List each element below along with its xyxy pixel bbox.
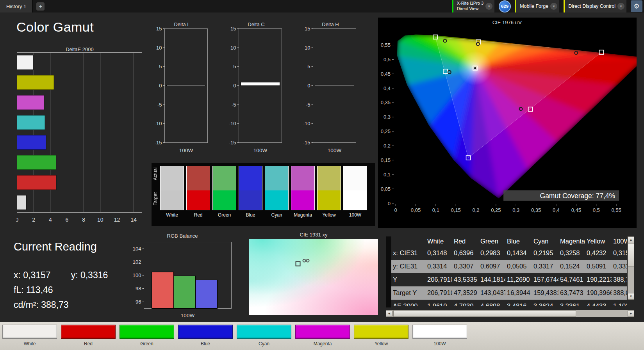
- delta-h-chart: 151050-5-10-15100W: [299, 27, 362, 157]
- svg-text:0: 0: [159, 83, 162, 89]
- current-reading-xy: x: 0,3157y: 0,3316: [14, 270, 108, 281]
- table-cell: 143,0437: [479, 286, 505, 300]
- svg-text:-15: -15: [155, 140, 162, 146]
- target-square-marker: [296, 261, 301, 266]
- table-row-label: y: CIE31: [391, 260, 426, 273]
- pattern-source-label: Mobile Forge: [520, 4, 548, 9]
- patch-red[interactable]: [61, 325, 116, 339]
- table-cell: 190,3966: [585, 286, 612, 300]
- patch-cell-100w: 100W: [412, 325, 467, 346]
- table-row-label: x: CIE31: [391, 247, 426, 260]
- svg-text:15: 15: [156, 27, 162, 32]
- table-cell: 1,1033: [612, 300, 627, 306]
- deltae-bar-chart: 02468101214: [16, 52, 145, 226]
- reading-x: x: 0,3157: [14, 270, 51, 280]
- patch-cell-white: White: [2, 325, 57, 346]
- patch-white[interactable]: [2, 325, 57, 339]
- chevron-down-icon[interactable]: ▼: [617, 3, 624, 10]
- table-cell: 3,2361: [558, 300, 585, 306]
- svg-text:0,1: 0,1: [384, 172, 391, 178]
- display-control-dropdown[interactable]: Direct Display Control ▼: [564, 0, 626, 12]
- swatch-target-color: [318, 190, 341, 210]
- table-cell: 0,3314: [426, 260, 452, 273]
- table-cell: 388,0000: [612, 286, 627, 300]
- svg-text:96: 96: [136, 299, 141, 305]
- table-cell: 0,3157: [612, 247, 627, 260]
- swatch-yellow: Yellow: [317, 166, 341, 218]
- vertical-scroll-track[interactable]: [628, 243, 634, 293]
- rgb-balance-chart: 1041021009896100W: [130, 239, 234, 319]
- svg-text:100W: 100W: [328, 147, 342, 153]
- patch-blue[interactable]: [178, 325, 233, 339]
- swatch-actual-color: [318, 166, 341, 190]
- table-cell: 0,3148: [426, 247, 452, 260]
- svg-text:14: 14: [130, 217, 137, 223]
- svg-text:104: 104: [133, 246, 141, 252]
- table-cell: 0,3316: [612, 260, 627, 273]
- table-cell: 0,3307: [452, 260, 479, 273]
- swatch-target-color: [239, 190, 262, 210]
- scroll-up-button[interactable]: ▲: [628, 236, 634, 243]
- swatch-label: 100W: [343, 212, 367, 218]
- svg-text:-15: -15: [303, 140, 310, 146]
- measurement-table: WhiteRedGreenBlueCyanMagentaYellow100W x…: [391, 236, 627, 306]
- table-cell: 0,6097: [479, 260, 505, 273]
- horizontal-scroll-track[interactable]: [392, 310, 628, 317]
- table-row: x: CIE310,31480,63960,29830,14340,21950,…: [391, 247, 627, 260]
- patch-cyan[interactable]: [237, 325, 291, 339]
- table-header-cell: Magenta: [558, 236, 585, 247]
- table-cell: 388,7310: [612, 273, 627, 286]
- chevron-down-icon[interactable]: ▼: [485, 3, 492, 10]
- table-cell: 1,9610: [426, 300, 452, 306]
- bottom-bar: WhiteRedGreenBlueCyanMagentaYellow100W ▲…: [0, 322, 644, 350]
- horizontal-scroll-thumb[interactable]: [393, 310, 576, 317]
- chevron-down-icon[interactable]: ▼: [550, 3, 557, 10]
- pattern-source-dropdown[interactable]: Mobile Forge ▼: [515, 0, 559, 12]
- table-vertical-scrollbar[interactable]: ▲ ▼: [628, 236, 634, 300]
- cie1931-title: CIE 1931 xy: [249, 232, 378, 238]
- swatch-cyan: Cyan: [265, 166, 289, 218]
- svg-text:5: 5: [307, 64, 310, 69]
- svg-text:2: 2: [32, 217, 35, 223]
- add-tab-button[interactable]: +: [36, 2, 45, 11]
- table-row-label: ΔE 2000: [391, 300, 426, 306]
- svg-text:15: 15: [305, 27, 310, 32]
- table-cell: 43,5335: [452, 273, 479, 286]
- table-cell: 0,4232: [585, 247, 612, 260]
- swatch-label: White: [160, 212, 184, 218]
- table-cell: 0,2195: [532, 247, 558, 260]
- settings-button[interactable]: ⚙: [631, 0, 642, 12]
- patch-cell-yellow: Yellow: [354, 325, 409, 346]
- meter-dropdown[interactable]: X-Rite i1Pro 3 Direct View ▼: [452, 0, 494, 12]
- vertical-scroll-thumb[interactable]: [628, 244, 634, 266]
- swatch-target-color: [265, 190, 288, 210]
- history-tab[interactable]: History 1: [0, 0, 33, 12]
- svg-text:0,45: 0,45: [571, 207, 581, 213]
- svg-text:-10: -10: [229, 121, 236, 126]
- display-control-label: Direct Display Control: [568, 4, 615, 9]
- svg-text:100: 100: [133, 272, 141, 278]
- patch-row: WhiteRedGreenBlueCyanMagentaYellow100W: [2, 325, 467, 346]
- svg-text:6: 6: [66, 217, 69, 223]
- patch-green[interactable]: [120, 325, 174, 339]
- swatch-comparison-panel: Actual Target WhiteRedGreenBlueCyanMagen…: [152, 163, 375, 226]
- cie1931-diagram: [249, 239, 378, 315]
- scroll-right-button[interactable]: ►: [628, 310, 634, 317]
- swatch-blue: Blue: [239, 166, 262, 218]
- table-cell: 144,1814: [479, 273, 505, 286]
- table-row-label: Target Y: [391, 286, 426, 300]
- scroll-left-button[interactable]: ◄: [386, 310, 392, 317]
- table-horizontal-scrollbar[interactable]: ◄ ►: [386, 310, 634, 317]
- svg-text:0,05: 0,05: [411, 207, 421, 213]
- table-cell: 3,3624: [532, 300, 558, 306]
- patch-magenta[interactable]: [295, 325, 350, 339]
- svg-text:0,55: 0,55: [381, 42, 391, 48]
- table-cell: 4,4433: [585, 300, 612, 306]
- svg-text:-5: -5: [232, 102, 236, 108]
- deltae-chart-title: DeltaE 2000: [16, 46, 143, 52]
- scroll-down-button[interactable]: ▼: [628, 293, 634, 300]
- swatch-row: WhiteRedGreenBlueCyanMagentaYellow100W: [160, 166, 367, 218]
- meter-labels: X-Rite i1Pro 3 Direct View: [457, 1, 483, 12]
- patch-yellow[interactable]: [354, 325, 409, 339]
- patch-100w[interactable]: [412, 325, 467, 339]
